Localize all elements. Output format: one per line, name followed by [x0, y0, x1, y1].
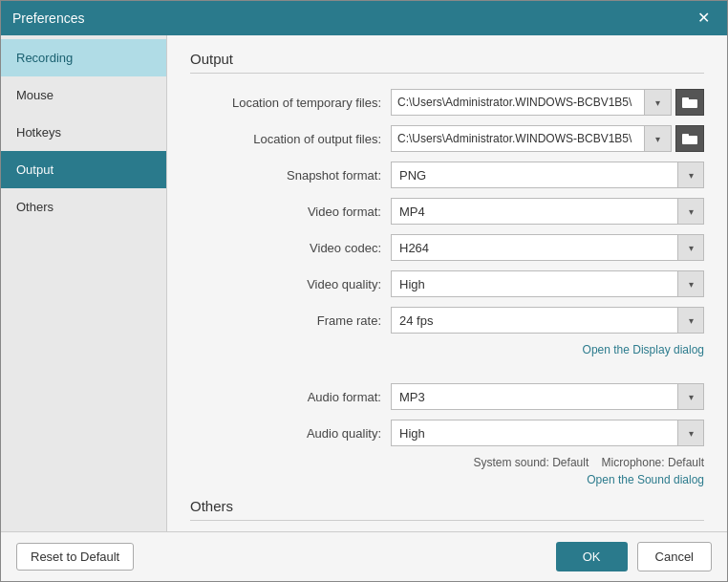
sidebar-item-label: Output: [16, 162, 54, 177]
video-quality-select[interactable]: High Medium Low: [391, 270, 704, 297]
window-title: Preferences: [12, 11, 84, 26]
output-files-label: Location of output files:: [190, 132, 391, 146]
frame-rate-row: Frame rate: 24 fps 30 fps 60 fps ▾: [190, 307, 704, 334]
frame-rate-label: Frame rate:: [190, 313, 391, 328]
audio-quality-select-wrap: High Medium Low ▾: [391, 420, 704, 446]
temp-files-dropdown-btn[interactable]: ▾: [645, 89, 672, 116]
audio-info-row: System sound: Default Microphone: Defaul…: [190, 456, 704, 469]
sidebar-item-label: Mouse: [16, 88, 54, 102]
preferences-window: Preferences ✕ Recording Mouse Hotkeys Ou…: [0, 0, 728, 582]
output-files-row: Location of output files: C:\Users\Admin…: [190, 125, 704, 152]
sidebar: Recording Mouse Hotkeys Output Others: [1, 35, 167, 531]
video-quality-control: High Medium Low ▾: [391, 270, 704, 297]
video-codec-select-wrap: H264 H265 VP8 VP9 ▾: [391, 234, 704, 261]
ok-button[interactable]: OK: [556, 542, 628, 571]
sidebar-item-others[interactable]: Others: [1, 188, 166, 226]
temp-files-input[interactable]: C:\Users\Administrator.WINDOWS-BCBV1B5\: [391, 89, 645, 116]
svg-rect-1: [682, 97, 689, 101]
snapshot-format-control: PNG JPG BMP ▾: [391, 162, 704, 188]
open-sound-dialog-link[interactable]: Open the Sound dialog: [587, 473, 704, 486]
audio-quality-select[interactable]: High Medium Low: [391, 420, 704, 446]
video-quality-select-wrap: High Medium Low ▾: [391, 270, 704, 297]
output-files-dropdown-btn[interactable]: ▾: [645, 125, 672, 152]
frame-rate-control: 24 fps 30 fps 60 fps ▾: [391, 307, 704, 334]
video-codec-row: Video codec: H264 H265 VP8 VP9 ▾: [190, 234, 704, 261]
main-panel: Output Location of temporary files: C:\U…: [167, 35, 727, 531]
frame-rate-select-wrap: 24 fps 30 fps 60 fps ▾: [391, 307, 704, 334]
content-area: Recording Mouse Hotkeys Output Others Ou…: [1, 35, 727, 531]
video-codec-select[interactable]: H264 H265 VP8 VP9: [391, 234, 704, 261]
svg-rect-3: [682, 134, 689, 138]
system-sound-value: Default: [552, 456, 589, 469]
audio-format-select[interactable]: MP3 AAC OGG WAV: [391, 383, 704, 410]
title-bar: Preferences ✕: [1, 1, 727, 35]
output-section-title: Output: [190, 51, 704, 74]
audio-format-row: Audio format: MP3 AAC OGG WAV ▾: [190, 383, 704, 410]
audio-quality-row: Audio quality: High Medium Low ▾: [190, 420, 704, 446]
video-format-row: Video format: MP4 AVI MOV MKV ▾: [190, 198, 704, 225]
audio-format-select-wrap: MP3 AAC OGG WAV ▾: [391, 383, 704, 410]
footer-actions: OK Cancel: [556, 542, 712, 571]
video-format-label: Video format:: [190, 205, 391, 219]
snapshot-format-row: Snapshot format: PNG JPG BMP ▾: [190, 162, 704, 188]
cancel-button[interactable]: Cancel: [637, 542, 712, 571]
footer: Reset to Default OK Cancel: [1, 531, 727, 581]
snapshot-format-select-wrap: PNG JPG BMP ▾: [391, 162, 704, 188]
system-sound-label: System sound:: [473, 456, 548, 469]
temp-files-row: Location of temporary files: C:\Users\Ad…: [190, 89, 704, 116]
video-codec-control: H264 H265 VP8 VP9 ▾: [391, 234, 704, 261]
temp-files-label: Location of temporary files:: [190, 96, 391, 110]
output-files-folder-btn[interactable]: [675, 125, 704, 152]
snapshot-format-label: Snapshot format:: [190, 168, 391, 183]
video-format-select-wrap: MP4 AVI MOV MKV ▾: [391, 198, 704, 225]
snapshot-format-select[interactable]: PNG JPG BMP: [391, 162, 704, 188]
sidebar-item-label: Recording: [16, 51, 73, 65]
display-dialog-row: Open the Display dialog: [190, 343, 704, 356]
sidebar-item-hotkeys[interactable]: Hotkeys: [1, 114, 166, 151]
sidebar-item-label: Others: [16, 200, 54, 214]
frame-rate-select[interactable]: 24 fps 30 fps 60 fps: [391, 307, 704, 334]
video-format-control: MP4 AVI MOV MKV ▾: [391, 198, 704, 225]
temp-files-folder-btn[interactable]: [675, 89, 704, 116]
others-section-title: Others: [190, 498, 704, 521]
output-files-control: C:\Users\Administrator.WINDOWS-BCBV1B5\ …: [391, 125, 704, 152]
output-files-input[interactable]: C:\Users\Administrator.WINDOWS-BCBV1B5\: [391, 125, 645, 152]
video-codec-label: Video codec:: [190, 241, 391, 255]
close-button[interactable]: ✕: [692, 9, 716, 28]
video-quality-label: Video quality:: [190, 277, 391, 291]
video-quality-row: Video quality: High Medium Low ▾: [190, 270, 704, 297]
audio-quality-label: Audio quality:: [190, 426, 391, 441]
audio-format-label: Audio format:: [190, 390, 391, 404]
sound-dialog-row: Open the Sound dialog: [190, 473, 704, 486]
microphone-value: Default: [668, 456, 704, 469]
sidebar-item-recording[interactable]: Recording: [1, 39, 166, 76]
temp-files-control: C:\Users\Administrator.WINDOWS-BCBV1B5\ …: [391, 89, 704, 116]
audio-quality-control: High Medium Low ▾: [391, 420, 704, 446]
sidebar-item-label: Hotkeys: [16, 125, 61, 140]
sidebar-item-output[interactable]: Output: [1, 151, 166, 188]
video-format-select[interactable]: MP4 AVI MOV MKV: [391, 198, 704, 225]
sidebar-item-mouse[interactable]: Mouse: [1, 76, 166, 114]
audio-format-control: MP3 AAC OGG WAV ▾: [391, 383, 704, 410]
open-display-dialog-link[interactable]: Open the Display dialog: [583, 343, 704, 356]
microphone-label: Microphone:: [602, 456, 665, 469]
reset-to-default-button[interactable]: Reset to Default: [16, 543, 134, 571]
